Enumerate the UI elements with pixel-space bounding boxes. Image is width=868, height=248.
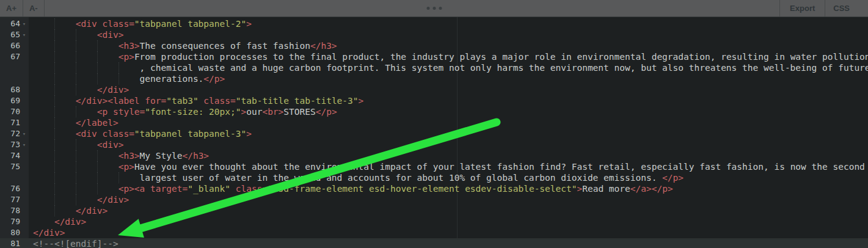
code-line-content[interactable]: generations.</p> xyxy=(29,73,868,84)
code-line-content[interactable]: </div> xyxy=(29,227,868,238)
code-line[interactable]: 79</div> xyxy=(0,216,868,227)
code-line-content[interactable]: </div> xyxy=(29,194,868,205)
font-decrease-button[interactable]: A- xyxy=(23,0,44,16)
token-tag: </div> xyxy=(97,85,129,95)
token-tag: class= xyxy=(203,96,235,106)
fold-toggle-icon[interactable]: ▾ xyxy=(21,128,27,139)
token-tag: <div class= xyxy=(76,129,134,139)
code-line-content[interactable]: <h3>The consequences of fast fashion</h3… xyxy=(29,40,868,51)
code-line[interactable]: 71</label> xyxy=(0,117,868,128)
fold-toggle-icon[interactable]: ▾ xyxy=(21,139,27,150)
code-line-content[interactable]: largest user of water in the world and a… xyxy=(29,172,868,183)
line-number: 68 xyxy=(10,84,20,95)
token-tag: <p> xyxy=(119,52,134,62)
token-tag: > xyxy=(246,19,252,29)
token-txt: My Style xyxy=(140,151,183,161)
line-number: 70 xyxy=(10,106,20,117)
code-line[interactable]: generations.</p> xyxy=(0,73,868,84)
toolbar-spacer xyxy=(45,0,779,16)
token-txt: generations. xyxy=(140,74,204,84)
token-tag: <p><a target= xyxy=(119,184,188,194)
line-number-cell: 70 xyxy=(0,106,29,117)
token-txt xyxy=(230,184,236,194)
line-number-cell xyxy=(0,73,29,84)
code-tokens: </div> xyxy=(29,227,868,238)
font-increase-button[interactable]: A+ xyxy=(0,0,23,16)
code-line[interactable]: largest user of water in the world and a… xyxy=(0,172,868,183)
line-number: 80 xyxy=(10,227,20,238)
token-str: "tab-title tab-title-3" xyxy=(236,96,359,106)
code-line[interactable]: 77</div> xyxy=(0,194,868,205)
line-number: 67 xyxy=(10,51,20,62)
token-txt: Read more xyxy=(582,184,630,194)
code-tokens: <div class="tabpanel tabpanel-2"> xyxy=(29,18,868,29)
code-line[interactable]: 67<p>From production processes to the fi… xyxy=(0,51,868,62)
token-str: "tab3" xyxy=(166,96,198,106)
line-number-cell: 67 xyxy=(0,51,29,62)
code-line-content[interactable]: </div><label for="tab3" class="tab-title… xyxy=(29,95,868,106)
code-line-content[interactable]: <!--<![endif]--> xyxy=(29,238,868,248)
code-line-content[interactable]: <div> xyxy=(29,29,868,40)
editor-toolbar: A+ A- Export CSS xyxy=(0,0,868,17)
token-tag: <div> xyxy=(97,140,124,150)
code-line-content[interactable]: </div> xyxy=(29,216,868,227)
code-line[interactable]: 78</div> xyxy=(0,205,868,216)
code-line-content[interactable]: <p style="font-size: 20px;">our<br>STORE… xyxy=(29,106,868,117)
code-line[interactable]: 80</div> xyxy=(0,227,868,238)
code-line[interactable]: 74<h3>My Style</h3> xyxy=(0,150,868,161)
token-tag: <div class= xyxy=(76,19,134,29)
code-line-content[interactable]: <p>Have you ever thought about the envir… xyxy=(29,161,868,172)
code-line-content[interactable]: <p><a target="_blank" class="esd-frame-e… xyxy=(29,183,868,194)
code-line[interactable]: 75<p>Have you ever thought about the env… xyxy=(0,161,868,172)
code-line[interactable]: 72▾<div class="tabpanel tabpanel-3"> xyxy=(0,128,868,139)
code-line-content[interactable]: <div class="tabpanel tabpanel-2"> xyxy=(29,18,868,29)
code-tokens: <!--<![endif]--> xyxy=(29,238,868,248)
ellipsis-dot-icon xyxy=(426,7,429,10)
code-line[interactable]: 73▾<div> xyxy=(0,139,868,150)
code-line[interactable]: 64▾<div class="tabpanel tabpanel-2"> xyxy=(0,18,868,29)
code-lines: 64▾<div class="tabpanel tabpanel-2">65▾<… xyxy=(0,18,868,248)
line-number: 74 xyxy=(10,150,20,161)
code-tokens: </div> xyxy=(29,194,868,205)
token-str: "font-size: 20px;" xyxy=(145,107,241,117)
code-line-content[interactable]: </div> xyxy=(29,205,868,216)
code-line[interactable]: 65▾<div> xyxy=(0,29,868,40)
code-line[interactable]: , chemical waste and a huge carbon footp… xyxy=(0,62,868,73)
line-number-cell: 77 xyxy=(0,194,29,205)
fold-toggle-icon[interactable]: ▾ xyxy=(21,29,27,40)
line-number-cell: 71 xyxy=(0,117,29,128)
code-tokens: <h3>My Style</h3> xyxy=(29,150,868,161)
code-line-content[interactable]: , chemical waste and a huge carbon footp… xyxy=(29,62,868,73)
line-number-cell: 80 xyxy=(0,227,29,238)
code-line-content[interactable]: </div> xyxy=(29,84,868,95)
code-line[interactable]: 69</div><label for="tab3" class="tab-tit… xyxy=(0,95,868,106)
token-str: "_blank" xyxy=(188,184,230,194)
more-options-button[interactable] xyxy=(426,0,442,16)
line-number-cell: 76 xyxy=(0,183,29,194)
token-tag: </a></p> xyxy=(630,184,673,194)
code-line[interactable]: 66<h3>The consequences of fast fashion</… xyxy=(0,40,868,51)
code-tokens: </div> xyxy=(29,216,868,227)
token-tag: </div> xyxy=(33,228,65,238)
code-editor[interactable]: 64▾<div class="tabpanel tabpanel-2">65▾<… xyxy=(0,16,868,248)
line-number: 81 xyxy=(10,238,20,248)
code-tokens: <p style="font-size: 20px;">our<br>STORE… xyxy=(29,106,868,117)
token-txt: Have you ever thought about the environm… xyxy=(134,162,865,172)
code-line[interactable]: 76<p><a target="_blank" class="esd-frame… xyxy=(0,183,868,194)
code-line[interactable]: 81<!--<![endif]--> xyxy=(0,238,868,248)
css-tab-button[interactable]: CSS xyxy=(825,0,868,16)
code-line-content[interactable]: <p>From production processes to the fina… xyxy=(29,51,868,62)
line-number: 75 xyxy=(10,161,20,172)
code-line-content[interactable]: <div> xyxy=(29,139,868,150)
token-tag: <div> xyxy=(97,30,124,40)
code-line-content[interactable]: <div class="tabpanel tabpanel-3"> xyxy=(29,128,868,139)
code-line-content[interactable]: <h3>My Style</h3> xyxy=(29,150,868,161)
line-number-cell: 74 xyxy=(0,150,29,161)
export-button[interactable]: Export xyxy=(780,0,825,16)
fold-toggle-icon[interactable]: ▾ xyxy=(21,18,27,29)
token-tag: </div> xyxy=(97,195,129,205)
line-number: 73 xyxy=(10,139,20,150)
code-line-content[interactable]: </label> xyxy=(29,117,868,128)
code-line[interactable]: 68</div> xyxy=(0,84,868,95)
code-line[interactable]: 70<p style="font-size: 20px;">our<br>STO… xyxy=(0,106,868,117)
